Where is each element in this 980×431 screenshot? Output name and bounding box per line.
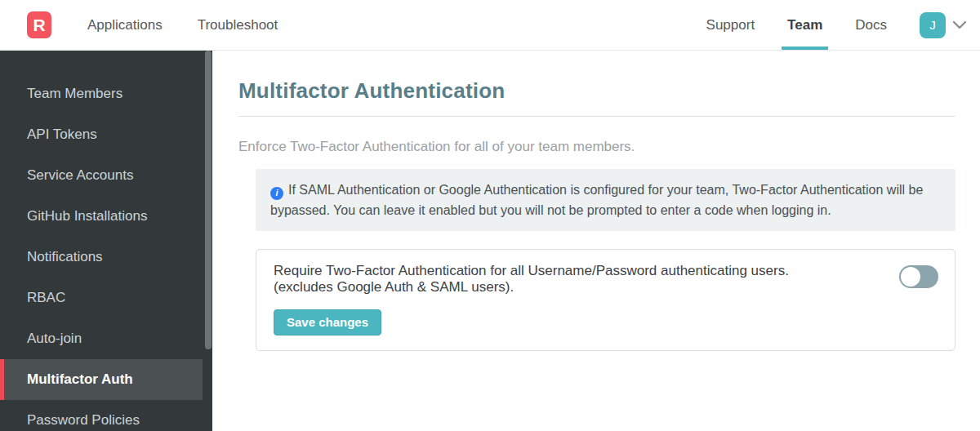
sidebar-item-multifactor-auth[interactable]: Multifactor Auth [0, 359, 203, 400]
two-factor-setting-label: Require Two-Factor Authentication for al… [274, 263, 899, 295]
chevron-down-icon[interactable] [952, 20, 967, 30]
info-note-text: If SAML Authentication or Google Authent… [270, 183, 923, 217]
page-subtitle: Enforce Two-Factor Authentication for al… [238, 139, 956, 155]
team-settings-sidebar: Team Members API Tokens Service Accounts… [0, 51, 212, 431]
app-shell: Team Members API Tokens Service Accounts… [0, 51, 980, 431]
save-changes-button[interactable]: Save changes [274, 309, 381, 335]
nav-item-docs[interactable]: Docs [855, 0, 887, 50]
rollbar-logo[interactable]: R [27, 11, 51, 38]
sidebar-scrollbar[interactable] [205, 51, 212, 349]
secondary-nav: Support Team Docs J [674, 0, 967, 50]
nav-item-support[interactable]: Support [706, 0, 755, 50]
setting-label-line1: Require Two-Factor Authentication for al… [274, 263, 875, 279]
nav-item-applications[interactable]: Applications [87, 0, 163, 50]
sidebar-item-team-members[interactable]: Team Members [0, 73, 212, 114]
saml-bypass-info-box: iIf SAML Authentication or Google Authen… [256, 169, 956, 231]
sidebar-item-service-accounts[interactable]: Service Accounts [0, 155, 212, 196]
logo-letter: R [33, 16, 45, 35]
avatar[interactable]: J [920, 12, 946, 38]
title-divider [238, 116, 956, 117]
sidebar-item-api-tokens[interactable]: API Tokens [0, 114, 212, 155]
sidebar-item-github-installations[interactable]: GitHub Installations [0, 196, 212, 237]
nav-item-team[interactable]: Team [787, 0, 822, 50]
toggle-knob [901, 267, 920, 287]
avatar-initial: J [929, 18, 936, 32]
sidebar-item-auto-join[interactable]: Auto-join [0, 318, 212, 359]
nav-item-troubleshoot[interactable]: Troubleshoot [198, 0, 278, 50]
primary-nav: Applications Troubleshoot [87, 0, 313, 50]
sidebar-item-notifications[interactable]: Notifications [0, 237, 212, 278]
setting-label-line2: (excludes Google Auth & SAML users). [274, 279, 875, 295]
sidebar-item-rbac[interactable]: RBAC [0, 278, 212, 318]
sidebar-item-password-policies[interactable]: Password Policies [0, 400, 212, 431]
top-navbar: R Applications Troubleshoot Support Team… [0, 0, 980, 51]
info-icon: i [270, 187, 283, 200]
main-content: Multifactor Authentication Enforce Two-F… [212, 51, 980, 431]
two-factor-toggle[interactable] [899, 265, 938, 288]
two-factor-setting-card: Require Two-Factor Authentication for al… [256, 249, 956, 351]
page-title: Multifactor Authentication [238, 78, 956, 104]
